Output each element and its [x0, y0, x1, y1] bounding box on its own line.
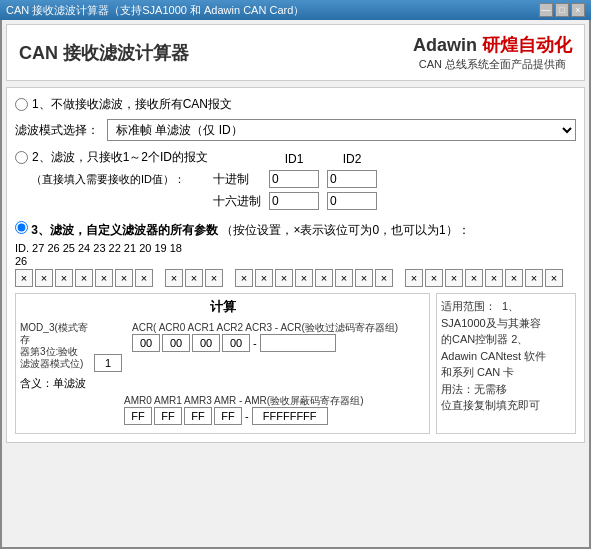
id1-col-header: ID1 [266, 151, 322, 167]
acr-dash: - [252, 337, 258, 349]
option3-note: （按位设置，×表示该位可为0，也可以为1）： [221, 223, 469, 237]
option2-section: 2、滤波，只接收1～2个ID的报文 （直接填入需要接收的ID值）： ID1 ID… [15, 149, 576, 213]
option2-radio[interactable] [15, 151, 28, 164]
title-bar: CAN 接收滤波计算器（支持SJA1000 和 Adawin CAN Card）… [0, 0, 591, 20]
bit-cell[interactable]: × [545, 269, 563, 287]
option3-header-row: 3、滤波，自定义滤波器的所有参数 （按位设置，×表示该位可为0，也可以为1）： [15, 221, 576, 239]
bit-cell[interactable]: × [205, 269, 223, 287]
bit-cell[interactable]: × [235, 269, 253, 287]
filter-mode-select[interactable]: 标准帧 单滤波（仅 ID） [107, 119, 576, 141]
bit-cell[interactable]: × [405, 269, 423, 287]
title-bar-text: CAN 接收滤波计算器（支持SJA1000 和 Adawin CAN Card） [6, 3, 304, 18]
id-table-container: ID1 ID2 十进制 十六进制 [208, 149, 382, 213]
amr-inputs: - [124, 407, 363, 425]
bit-cell[interactable]: × [95, 269, 113, 287]
content-area: 1、不做接收滤波，接收所有CAN报文 滤波模式选择： 标准帧 单滤波（仅 ID）… [6, 87, 585, 443]
brand-name: Adawin 研煌自动化 [413, 33, 572, 57]
bit-cell[interactable]: × [375, 269, 393, 287]
bit-group-2: × × × [165, 269, 223, 287]
brand-subtitle: CAN 总线系统全面产品提供商 [413, 57, 572, 72]
bit-cell[interactable]: × [135, 269, 153, 287]
option1-row: 1、不做接收滤波，接收所有CAN报文 [15, 96, 576, 113]
meaning-label: 含义：单滤波 [20, 377, 86, 389]
mod3-input[interactable] [94, 354, 122, 372]
minimize-button[interactable]: — [539, 3, 553, 17]
bit-separator [397, 269, 401, 287]
bit-separator [227, 269, 231, 287]
option3-label: 3、滤波，自定义滤波器的所有参数 [31, 223, 218, 237]
bit-group-4: × × × × × × × × [405, 269, 563, 287]
bit-cell[interactable]: × [275, 269, 293, 287]
id1-hex-input[interactable] [269, 192, 319, 210]
bit-cell[interactable]: × [335, 269, 353, 287]
bit-cell[interactable]: × [165, 269, 183, 287]
bit-cell[interactable]: × [75, 269, 93, 287]
mod3-label: MOD_3(模式寄存器第3位:验收滤波器模式位) [20, 322, 90, 370]
bit-cell[interactable]: × [295, 269, 313, 287]
title-bar-buttons: — □ × [539, 3, 585, 17]
amr1-input[interactable] [154, 407, 182, 425]
acr2-input[interactable] [192, 334, 220, 352]
mod-input-group [94, 322, 122, 372]
amr-long-input[interactable] [252, 407, 328, 425]
bit-cell[interactable]: × [15, 269, 33, 287]
right-note-text: 适用范围： 1、 SJA1000及与其兼容 的CAN控制器 2、 Adawin … [441, 298, 571, 414]
bottom-section: 计算 MOD_3(模式寄存器第3位:验收滤波器模式位) ACR( ACR0 AC… [15, 293, 576, 434]
acr-long-input[interactable] [260, 334, 336, 352]
filter-mode-row: 滤波模式选择： 标准帧 单滤波（仅 ID） [15, 119, 576, 141]
header-section: CAN 接收滤波计算器 Adawin 研煌自动化 CAN 总线系统全面产品提供商 [6, 24, 585, 81]
id-table: ID1 ID2 十进制 十六进制 [208, 149, 382, 213]
filter-mode-label: 滤波模式选择： [15, 122, 99, 139]
hex-label: 十六进制 [210, 191, 264, 211]
bit-cell[interactable]: × [115, 269, 133, 287]
bit-cell[interactable]: × [445, 269, 463, 287]
id2-hex-input[interactable] [327, 192, 377, 210]
calc-panel: 计算 MOD_3(模式寄存器第3位:验收滤波器模式位) ACR( ACR0 AC… [15, 293, 430, 434]
bit-cell[interactable]: × [35, 269, 53, 287]
main-window: CAN 接收滤波计算器 Adawin 研煌自动化 CAN 总线系统全面产品提供商… [0, 20, 591, 549]
bit-cell[interactable]: × [485, 269, 503, 287]
calc-title: 计算 [20, 298, 425, 316]
amr-dash: - [244, 410, 250, 422]
bit-group-3: × × × × × × × × [235, 269, 393, 287]
acr-group: ACR( ACR0 ACR1 ACR2 ACR3 - ACR(验收过滤码寄存器组… [132, 322, 398, 352]
bit-group-1: × × × × × × × [15, 269, 153, 287]
bit-cell[interactable]: × [525, 269, 543, 287]
bit-cell[interactable]: × [55, 269, 73, 287]
acr0-input[interactable] [132, 334, 160, 352]
bit-cell[interactable]: × [355, 269, 373, 287]
bit-cell[interactable]: × [425, 269, 443, 287]
reg-row-amr: AMR0 AMR1 AMR3 AMR - AMR(验收屏蔽码寄存器组) - [20, 395, 425, 425]
option1-radio[interactable] [15, 98, 28, 111]
close-button[interactable]: × [571, 3, 585, 17]
amr3-input[interactable] [214, 407, 242, 425]
option2-left: 2、滤波，只接收1～2个ID的报文 （直接填入需要接收的ID值）： [15, 149, 208, 187]
bit-label-row1: ID. 27 26 25 24 23 22 21 20 19 18 [15, 242, 576, 254]
bit-cell[interactable]: × [255, 269, 273, 287]
acr1-input[interactable] [162, 334, 190, 352]
option2-row: 2、滤波，只接收1～2个ID的报文 [15, 149, 208, 166]
option2-label2: （直接填入需要接收的ID值）： [31, 172, 208, 187]
id2-col-header: ID2 [324, 151, 380, 167]
bit-separator [157, 269, 161, 287]
acr3-input[interactable] [222, 334, 250, 352]
option1-label: 1、不做接收滤波，接收所有CAN报文 [32, 96, 232, 113]
right-note: 适用范围： 1、 SJA1000及与其兼容 的CAN控制器 2、 Adawin … [436, 293, 576, 434]
id2-dec-input[interactable] [327, 170, 377, 188]
bit-cell[interactable]: × [315, 269, 333, 287]
acr-header-label: ACR( ACR0 ACR1 ACR2 ACR3 - ACR(验收过滤码寄存器组… [132, 322, 398, 334]
bit-cell[interactable]: × [505, 269, 523, 287]
amr0-input[interactable] [124, 407, 152, 425]
option2-label1: 2、滤波，只接收1～2个ID的报文 [32, 149, 208, 166]
bit-cell[interactable]: × [465, 269, 483, 287]
dec-label: 十进制 [210, 169, 264, 189]
amr-header-label: AMR0 AMR1 AMR3 AMR - AMR(验收屏蔽码寄存器组) [124, 395, 363, 407]
id1-dec-input[interactable] [269, 170, 319, 188]
bit-grid: × × × × × × × × × × × × × × × × [15, 269, 576, 287]
bit-cell[interactable]: × [185, 269, 203, 287]
amr2-input[interactable] [184, 407, 212, 425]
option3-radio[interactable] [15, 221, 28, 234]
maximize-button[interactable]: □ [555, 3, 569, 17]
amr-group: AMR0 AMR1 AMR3 AMR - AMR(验收屏蔽码寄存器组) - [124, 395, 363, 425]
acr-inputs: - [132, 334, 398, 352]
